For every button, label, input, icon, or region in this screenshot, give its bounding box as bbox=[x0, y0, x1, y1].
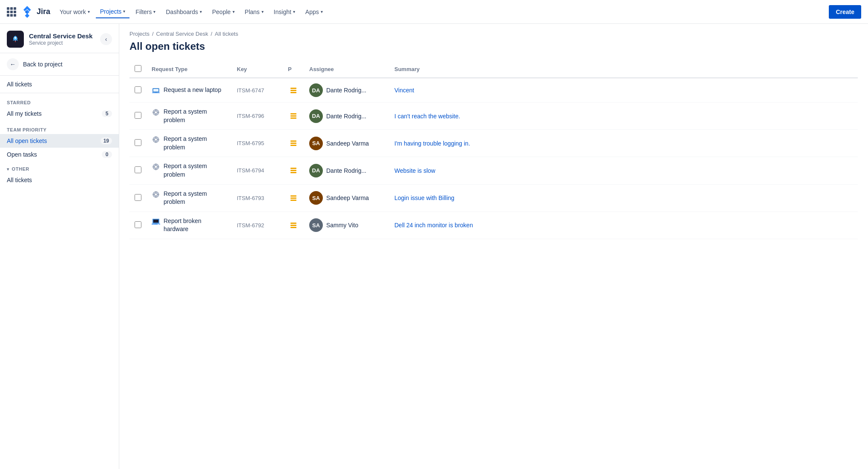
row-key[interactable]: ITSM-6796 bbox=[232, 103, 283, 130]
svg-rect-18 bbox=[158, 224, 159, 224]
medium-priority-icon bbox=[288, 195, 299, 201]
row-key[interactable]: ITSM-6747 bbox=[232, 78, 283, 103]
sidebar-item-all-open-tickets[interactable]: All open tickets 19 bbox=[0, 134, 119, 148]
chevron-down-icon: ▾ bbox=[200, 9, 202, 14]
laptop-icon bbox=[152, 86, 160, 95]
table-row: Report a system problemITSM-6794DADante … bbox=[129, 157, 858, 184]
assignee-name: Dante Rodrig... bbox=[326, 167, 366, 174]
row-priority bbox=[283, 130, 304, 157]
row-checkbox[interactable] bbox=[135, 166, 141, 173]
hardware-icon bbox=[152, 217, 160, 226]
back-to-project[interactable]: ← Back to project bbox=[0, 53, 119, 76]
row-summary[interactable]: Website is slow bbox=[389, 157, 858, 184]
sidebar-item-all-tickets-top[interactable]: All tickets bbox=[0, 76, 119, 93]
nav-your-work[interactable]: Your work ▾ bbox=[55, 6, 94, 18]
sidebar-item-open-tasks[interactable]: Open tasks 0 bbox=[0, 148, 119, 161]
select-all-checkbox[interactable] bbox=[135, 65, 141, 72]
nav-insight[interactable]: Insight ▾ bbox=[270, 6, 299, 18]
row-checkbox[interactable] bbox=[135, 194, 141, 201]
summary-link[interactable]: Vincent bbox=[394, 87, 414, 94]
row-assignee: SASammy Vito bbox=[304, 212, 389, 239]
logo[interactable]: Jira bbox=[7, 5, 50, 19]
sidebar-item-all-my-tickets[interactable]: All my tickets 5 bbox=[0, 107, 119, 120]
summary-link[interactable]: I'm having trouble logging in. bbox=[394, 140, 470, 147]
medium-priority-icon bbox=[288, 113, 299, 119]
row-checkbox[interactable] bbox=[135, 221, 141, 228]
row-request-type: Request a new laptop bbox=[147, 78, 232, 103]
nav-plans[interactable]: Plans ▾ bbox=[241, 6, 268, 18]
table-header: Request Type Key P Assignee Summary bbox=[129, 61, 858, 78]
row-summary[interactable]: Vincent bbox=[389, 78, 858, 103]
jira-logo-icon bbox=[20, 5, 34, 19]
col-header-request-type: Request Type bbox=[147, 61, 232, 78]
sidebar-section-starred: STARRED bbox=[0, 93, 119, 107]
breadcrumb-sep-1: / bbox=[152, 31, 154, 37]
svg-point-7 bbox=[155, 111, 157, 114]
row-summary[interactable]: I can't reach the website. bbox=[389, 103, 858, 130]
breadcrumb-projects[interactable]: Projects bbox=[129, 31, 149, 37]
summary-link[interactable]: Login issue with Billing bbox=[394, 194, 454, 201]
medium-priority-icon bbox=[288, 140, 299, 146]
svg-point-9 bbox=[155, 138, 157, 141]
row-summary[interactable]: Login issue with Billing bbox=[389, 184, 858, 212]
create-button[interactable]: Create bbox=[829, 5, 861, 19]
assignee-name: Sammy Vito bbox=[326, 222, 358, 229]
row-request-type: Report a system problem bbox=[147, 157, 232, 184]
sidebar-badge-all-open-tickets: 19 bbox=[101, 137, 112, 144]
row-assignee: SASandeep Varma bbox=[304, 130, 389, 157]
nav-people[interactable]: People ▾ bbox=[208, 6, 239, 18]
summary-link[interactable]: Website is slow bbox=[394, 167, 435, 174]
row-summary[interactable]: I'm having trouble logging in. bbox=[389, 130, 858, 157]
sidebar-item-all-tickets-other[interactable]: All tickets bbox=[0, 173, 119, 187]
table-row: Report a system problemITSM-6793SASandee… bbox=[129, 184, 858, 212]
app-grid-icon[interactable] bbox=[7, 7, 16, 17]
chevron-down-icon: ▾ bbox=[233, 9, 235, 14]
col-header-key: Key bbox=[232, 61, 283, 78]
sidebar-badge-all-my-tickets: 5 bbox=[102, 110, 112, 117]
assignee-name: Sandeep Varma bbox=[326, 140, 369, 147]
back-label: Back to project bbox=[23, 61, 63, 68]
nav-projects[interactable]: Projects ▾ bbox=[96, 6, 130, 18]
assignee-name: Dante Rodrig... bbox=[326, 87, 366, 94]
tickets-table: Request Type Key P Assignee Summary Requ… bbox=[129, 61, 858, 239]
row-type-label: Report a system problem bbox=[164, 135, 227, 152]
chevron-down-icon: ▾ bbox=[293, 9, 295, 14]
sidebar-badge-open-tasks: 0 bbox=[102, 151, 112, 158]
row-checkbox-cell bbox=[129, 130, 147, 157]
row-key[interactable]: ITSM-6792 bbox=[232, 212, 283, 239]
chevron-down-icon: ▾ bbox=[153, 9, 155, 14]
row-key[interactable]: ITSM-6794 bbox=[232, 157, 283, 184]
avatar: SA bbox=[309, 191, 323, 205]
row-checkbox[interactable] bbox=[135, 139, 141, 146]
summary-link[interactable]: Dell 24 inch monitor is broken bbox=[394, 222, 473, 229]
sidebar-project-type: Service project bbox=[29, 40, 92, 46]
svg-point-11 bbox=[155, 166, 157, 168]
row-request-type: Report broken hardware bbox=[147, 212, 232, 239]
nav-filters[interactable]: Filters ▾ bbox=[131, 6, 160, 18]
summary-link[interactable]: I can't reach the website. bbox=[394, 113, 460, 120]
row-key[interactable]: ITSM-6793 bbox=[232, 184, 283, 212]
nav-dashboards[interactable]: Dashboards ▾ bbox=[161, 6, 206, 18]
chevron-down-icon: ▾ bbox=[262, 9, 264, 14]
app-layout: Central Service Desk Service project ‹ ←… bbox=[0, 24, 868, 469]
svg-point-1 bbox=[14, 37, 16, 39]
row-assignee: SASandeep Varma bbox=[304, 184, 389, 212]
nav-apps[interactable]: Apps ▾ bbox=[301, 6, 327, 18]
col-header-assignee: Assignee bbox=[304, 61, 389, 78]
system-icon bbox=[152, 135, 160, 144]
svg-point-13 bbox=[155, 193, 157, 196]
sidebar-all-tickets-label: All tickets bbox=[7, 81, 32, 88]
row-checkbox-cell bbox=[129, 157, 147, 184]
row-checkbox[interactable] bbox=[135, 86, 141, 93]
row-summary[interactable]: Dell 24 inch monitor is broken bbox=[389, 212, 858, 239]
sidebar-section-other-toggle[interactable]: ▾ OTHER bbox=[0, 161, 119, 173]
system-icon bbox=[152, 108, 160, 117]
row-checkbox[interactable] bbox=[135, 112, 141, 119]
medium-priority-icon bbox=[288, 168, 299, 173]
sidebar-collapse-button[interactable]: ‹ bbox=[100, 33, 112, 45]
row-key[interactable]: ITSM-6795 bbox=[232, 130, 283, 157]
svg-rect-17 bbox=[155, 223, 157, 224]
row-checkbox-cell bbox=[129, 78, 147, 103]
breadcrumb-central-service-desk[interactable]: Central Service Desk bbox=[156, 31, 208, 37]
medium-priority-icon bbox=[288, 223, 299, 228]
